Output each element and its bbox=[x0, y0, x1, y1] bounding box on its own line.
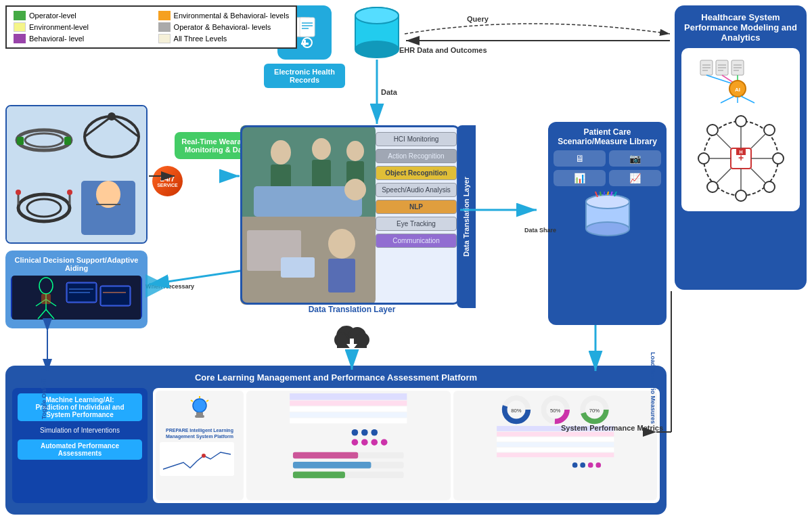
analysis-item-action: Action Recognition bbox=[376, 149, 457, 163]
prepare-mini-chart bbox=[160, 442, 234, 476]
legend-label-operator: Operator-level bbox=[29, 12, 76, 20]
pc-icon-monitor: 🖥 bbox=[554, 150, 606, 167]
ml-title: Machine Learning/AI:Prediction of Indivi… bbox=[18, 393, 142, 421]
core-platform-title: Core Learning Management and Performance… bbox=[12, 372, 660, 383]
svg-line-180 bbox=[149, 271, 240, 284]
svg-point-31 bbox=[707, 181, 718, 192]
ai-network-icon: AI bbox=[697, 57, 785, 104]
svg-rect-143 bbox=[293, 452, 358, 459]
svg-rect-78 bbox=[312, 160, 331, 190]
patient-care-db bbox=[554, 192, 661, 240]
healthcare-inner: AI + H bbox=[681, 48, 800, 211]
middle-panel bbox=[246, 391, 451, 500]
svg-rect-161 bbox=[497, 448, 614, 452]
legend-item-all-three: All Three Levels bbox=[158, 34, 290, 43]
svg-line-37 bbox=[717, 134, 731, 148]
clinical-decision-box: Clinical Decision Support/Adaptive Aidin… bbox=[5, 251, 148, 328]
middle-panel-svg bbox=[249, 393, 448, 498]
patient-care-db-svg bbox=[581, 192, 635, 239]
svg-point-29 bbox=[707, 125, 718, 135]
svg-rect-60 bbox=[64, 137, 71, 145]
legend-item-op-behav: Operator & Behavioral- levels bbox=[158, 22, 290, 32]
svg-point-137 bbox=[371, 429, 378, 436]
svg-text:H: H bbox=[739, 150, 742, 154]
ehr-label: Electronic Health Records bbox=[264, 64, 345, 88]
patient-care-box: Patient Care Scenario/Measure Library 🖥 … bbox=[548, 122, 667, 325]
ai-icon-area: AI bbox=[687, 53, 794, 108]
hospital-network-diagram: + H bbox=[694, 111, 788, 206]
main-database bbox=[352, 5, 403, 62]
svg-text:50%: 50% bbox=[550, 408, 561, 414]
analysis-item-eye: Eye Tracking bbox=[376, 217, 457, 231]
analysis-item-hci: HCI Monitoring bbox=[376, 132, 457, 146]
clinical-scene-images bbox=[240, 125, 376, 305]
sys-perf-label: System Performance Metrics bbox=[561, 424, 663, 432]
dtl-vertical-label: Data Translation Layer bbox=[457, 125, 476, 308]
svg-rect-124 bbox=[195, 415, 204, 418]
svg-point-165 bbox=[587, 462, 593, 468]
legend-label-env-behav: Environmental & Behavioral- levels bbox=[174, 12, 290, 20]
svg-point-82 bbox=[344, 179, 366, 200]
clinical-image bbox=[11, 276, 142, 320]
svg-point-85 bbox=[328, 229, 355, 259]
wearable-devices-area bbox=[5, 105, 148, 244]
when-necessary-label: When Necessary bbox=[145, 283, 194, 290]
svg-point-91 bbox=[586, 195, 629, 209]
database-cylinder-svg bbox=[352, 5, 403, 60]
svg-rect-86 bbox=[328, 259, 355, 292]
analysis-item-speech: Speech/Audio Analysis bbox=[376, 183, 457, 197]
svg-point-90 bbox=[586, 222, 629, 236]
svg-point-135 bbox=[352, 429, 359, 436]
svg-line-38 bbox=[751, 134, 765, 148]
pc-icon-chart: 📊 bbox=[554, 170, 606, 186]
svg-rect-121 bbox=[350, 339, 354, 347]
legend-label-op-behav: Operator & Behavioral- levels bbox=[174, 23, 271, 31]
svg-rect-113 bbox=[102, 287, 129, 305]
prepare-dashboard: PREPARE Intelligent Learning Management … bbox=[153, 388, 660, 503]
legend-color-environment bbox=[14, 22, 26, 32]
legend-color-operator bbox=[14, 11, 26, 20]
healthcare-title: Healthcare System Performance Modeling a… bbox=[681, 12, 800, 43]
svg-line-40 bbox=[751, 169, 765, 183]
data-share-label: Data Share bbox=[524, 227, 556, 234]
badge-247-number: 24/7 bbox=[160, 175, 175, 183]
core-platform-box: Core Learning Management and Performance… bbox=[5, 366, 667, 515]
svg-line-39 bbox=[717, 169, 731, 183]
svg-rect-160 bbox=[497, 442, 614, 447]
svg-rect-131 bbox=[290, 401, 407, 406]
legend-item-env-behav: Environmental & Behavioral- levels bbox=[158, 11, 290, 20]
dashboard-panels: PREPARE Intelligent Learning Management … bbox=[156, 391, 657, 500]
legend-color-all-three bbox=[158, 34, 171, 43]
legend-item-environment: Environment-level bbox=[14, 22, 145, 32]
svg-line-126 bbox=[206, 400, 208, 402]
svg-point-141 bbox=[381, 439, 388, 446]
svg-rect-134 bbox=[290, 418, 407, 424]
prepare-panel: PREPARE Intelligent Learning Management … bbox=[156, 391, 244, 500]
clinical-title: Clinical Decision Support/Adaptive Aidin… bbox=[11, 256, 142, 272]
svg-point-139 bbox=[361, 439, 368, 446]
svg-point-122 bbox=[193, 399, 206, 412]
toggle-label: Toggle On/Off bbox=[41, 379, 47, 419]
auto-btn: Automated Performance Assessments bbox=[18, 439, 142, 460]
svg-line-17 bbox=[721, 96, 734, 103]
legend-item-operator: Operator-level bbox=[14, 11, 145, 20]
svg-rect-132 bbox=[290, 406, 407, 412]
clinical-scene-svg bbox=[240, 125, 376, 305]
load-scenario-label: Load Scenario Measures bbox=[650, 352, 656, 424]
svg-rect-130 bbox=[290, 393, 407, 400]
svg-rect-133 bbox=[290, 412, 407, 418]
legend-label-all-three: All Three Levels bbox=[174, 35, 227, 43]
prepare-bulb-icon bbox=[186, 395, 213, 422]
dtl-bottom-label: Data Translation Layer bbox=[240, 305, 464, 314]
sim-text: Simulation of Interventions bbox=[18, 427, 142, 434]
svg-point-25 bbox=[736, 116, 746, 127]
svg-text:Query: Query bbox=[467, 15, 489, 23]
svg-rect-59 bbox=[17, 137, 24, 145]
svg-point-140 bbox=[371, 439, 378, 446]
svg-line-19 bbox=[741, 96, 754, 103]
core-platform-inner: Machine Learning/AI:Prediction of Indivi… bbox=[12, 388, 660, 503]
svg-point-53 bbox=[355, 7, 399, 24]
svg-line-127 bbox=[191, 400, 193, 402]
svg-point-52 bbox=[355, 41, 399, 58]
svg-point-79 bbox=[346, 141, 364, 161]
